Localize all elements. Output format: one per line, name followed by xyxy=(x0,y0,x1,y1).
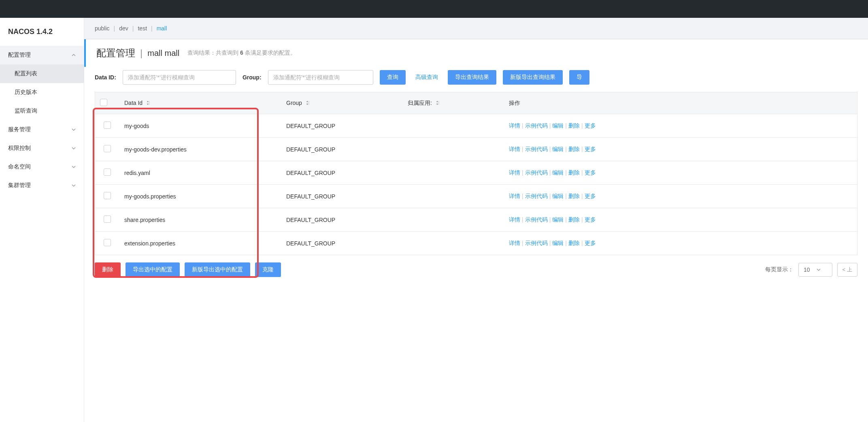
menu-title-cluster[interactable]: 集群管理 xyxy=(0,176,84,195)
table-row: my-goods.propertiesDEFAULT_GROUP详情|示例代码|… xyxy=(95,185,857,208)
export-results-new-button[interactable]: 新版导出查询结果 xyxy=(503,70,563,85)
cell-actions: 详情|示例代码|编辑|删除|更多 xyxy=(504,185,857,208)
cell-app xyxy=(403,138,504,161)
action-delete[interactable]: 删除 xyxy=(568,122,580,129)
group-label: Group: xyxy=(243,74,262,81)
menu-title-permission[interactable]: 权限控制 xyxy=(0,139,84,158)
action-delete[interactable]: 删除 xyxy=(568,146,580,152)
action-detail[interactable]: 详情 xyxy=(509,146,520,152)
row-checkbox[interactable] xyxy=(104,145,111,152)
namespace-tab-dev[interactable]: dev xyxy=(119,25,128,32)
action-example[interactable]: 示例代码 xyxy=(525,122,548,129)
footer-left: 删除 导出选中的配置 新版导出选中的配置 克隆 xyxy=(95,262,281,277)
menu-sub-history[interactable]: 历史版本 xyxy=(0,83,84,102)
chevron-down-icon xyxy=(72,165,76,169)
action-detail[interactable]: 详情 xyxy=(509,169,520,176)
footer-right: 每页显示： 10 < 上 xyxy=(765,263,857,277)
select-all-checkbox[interactable] xyxy=(100,99,107,106)
config-table: Data Id Group 归属应用: 操作 xyxy=(95,92,857,255)
action-example[interactable]: 示例代码 xyxy=(525,216,548,223)
sort-icon xyxy=(306,100,310,107)
menu-title-label: 命名空间 xyxy=(8,163,31,171)
menu-sub-config-list[interactable]: 配置列表 xyxy=(0,64,84,83)
separator: | xyxy=(151,25,153,32)
sidebar: NACOS 1.4.2 配置管理 配置列表 历史版本 监听查询 服务管理 权限控… xyxy=(0,18,84,422)
action-edit[interactable]: 编辑 xyxy=(552,216,564,223)
menu-title-service[interactable]: 服务管理 xyxy=(0,120,84,139)
action-example[interactable]: 示例代码 xyxy=(525,169,548,176)
action-edit[interactable]: 编辑 xyxy=(552,122,564,129)
action-edit[interactable]: 编辑 xyxy=(552,240,564,246)
namespace-tab-public[interactable]: public xyxy=(95,25,110,32)
row-checkbox[interactable] xyxy=(104,121,111,129)
table-row: extension.propertiesDEFAULT_GROUP详情|示例代码… xyxy=(95,232,857,255)
row-checkbox[interactable] xyxy=(104,168,111,176)
action-example[interactable]: 示例代码 xyxy=(525,240,548,246)
action-edit[interactable]: 编辑 xyxy=(552,169,564,176)
row-checkbox[interactable] xyxy=(104,239,111,246)
action-delete[interactable]: 删除 xyxy=(568,169,580,176)
top-bar xyxy=(0,0,868,18)
action-delete[interactable]: 删除 xyxy=(568,193,580,199)
table-row: share.propertiesDEFAULT_GROUP详情|示例代码|编辑|… xyxy=(95,208,857,232)
header-dataid[interactable]: Data Id xyxy=(119,92,281,114)
cell-group: DEFAULT_GROUP xyxy=(281,161,403,185)
menu-title-config[interactable]: 配置管理 xyxy=(0,46,84,64)
action-detail[interactable]: 详情 xyxy=(509,216,520,223)
action-example[interactable]: 示例代码 xyxy=(525,146,548,152)
cell-actions: 详情|示例代码|编辑|删除|更多 xyxy=(504,161,857,185)
menu-sub-listener[interactable]: 监听查询 xyxy=(0,102,84,120)
action-example[interactable]: 示例代码 xyxy=(525,193,548,199)
namespace-tab-mall[interactable]: mall xyxy=(157,25,167,32)
table-wrap: Data Id Group 归属应用: 操作 xyxy=(95,92,857,255)
action-delete[interactable]: 删除 xyxy=(568,216,580,223)
action-edit[interactable]: 编辑 xyxy=(552,193,564,199)
cell-group: DEFAULT_GROUP xyxy=(281,114,403,138)
cell-app xyxy=(403,208,504,232)
action-more[interactable]: 更多 xyxy=(585,240,596,246)
export-selected-new-button[interactable]: 新版导出选中的配置 xyxy=(185,262,250,277)
advanced-query-button[interactable]: 高级查询 xyxy=(412,70,441,85)
cell-dataid: my-goods.properties xyxy=(119,185,281,208)
menu-title-label: 权限控制 xyxy=(8,145,31,152)
sort-icon xyxy=(436,100,440,107)
action-edit[interactable]: 编辑 xyxy=(552,146,564,152)
action-detail[interactable]: 详情 xyxy=(509,122,520,129)
action-detail[interactable]: 详情 xyxy=(509,240,520,246)
row-checkbox[interactable] xyxy=(104,215,111,223)
import-button[interactable]: 导 xyxy=(569,70,589,85)
menu-title-namespace[interactable]: 命名空间 xyxy=(0,158,84,176)
separator: | xyxy=(114,25,115,32)
footer-bar: 删除 导出选中的配置 新版导出选中的配置 克隆 每页显示： 10 < 上 xyxy=(84,255,868,284)
cell-app xyxy=(403,161,504,185)
menu-group-config: 配置管理 配置列表 历史版本 监听查询 xyxy=(0,46,84,120)
query-button[interactable]: 查询 xyxy=(380,70,406,85)
action-more[interactable]: 更多 xyxy=(585,169,596,176)
row-checkbox[interactable] xyxy=(104,192,111,199)
delete-button[interactable]: 删除 xyxy=(95,262,121,277)
action-delete[interactable]: 删除 xyxy=(568,240,580,246)
page-size-select[interactable]: 10 xyxy=(798,263,832,277)
separator: | xyxy=(140,47,143,59)
layout: NACOS 1.4.2 配置管理 配置列表 历史版本 监听查询 服务管理 权限控… xyxy=(0,18,868,422)
namespace-tab-test[interactable]: test xyxy=(138,25,147,32)
export-selected-button[interactable]: 导出选中的配置 xyxy=(126,262,180,277)
action-more[interactable]: 更多 xyxy=(585,146,596,152)
cell-dataid: my-goods xyxy=(119,114,281,138)
export-results-button[interactable]: 导出查询结果 xyxy=(448,70,496,85)
action-detail[interactable]: 详情 xyxy=(509,193,520,199)
header-group[interactable]: Group xyxy=(281,92,403,114)
menu-title-label: 配置管理 xyxy=(8,51,31,59)
clone-button[interactable]: 克隆 xyxy=(255,262,281,277)
action-more[interactable]: 更多 xyxy=(585,122,596,129)
prev-page-button[interactable]: < 上 xyxy=(837,263,858,277)
menu-title-label: 集群管理 xyxy=(8,182,31,189)
header-app[interactable]: 归属应用: xyxy=(403,92,504,114)
group-input[interactable] xyxy=(268,70,373,85)
table-row: my-goodsDEFAULT_GROUP详情|示例代码|编辑|删除|更多 xyxy=(95,114,857,138)
action-more[interactable]: 更多 xyxy=(585,193,596,199)
dataid-input[interactable] xyxy=(123,70,236,85)
table-header-row: Data Id Group 归属应用: 操作 xyxy=(95,92,857,114)
action-more[interactable]: 更多 xyxy=(585,216,596,223)
cell-dataid: extension.properties xyxy=(119,232,281,255)
